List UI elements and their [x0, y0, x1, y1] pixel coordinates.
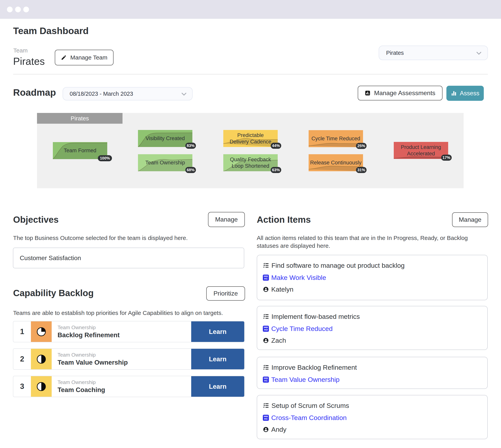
svg-text:AO: AO [264, 328, 268, 331]
svg-text:AC: AC [264, 277, 268, 280]
svg-text:AC: AC [264, 417, 268, 420]
svg-text:AC: AC [264, 379, 268, 382]
